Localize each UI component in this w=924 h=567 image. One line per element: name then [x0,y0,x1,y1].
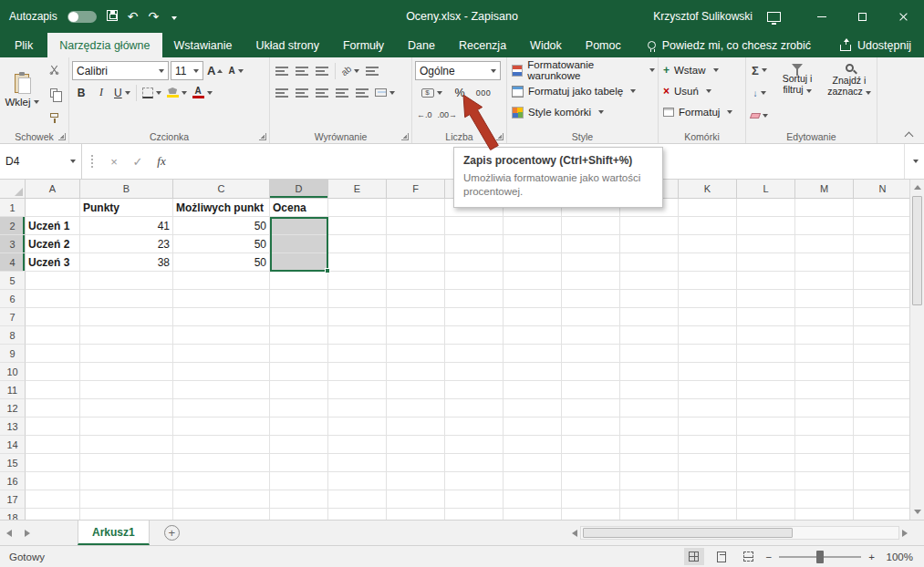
cell-H14[interactable] [504,436,562,454]
cell-A17[interactable] [26,490,80,509]
sheet-nav-left-button[interactable] [0,530,18,537]
delete-cells-button[interactable]: ×Usuń [661,81,742,101]
row-header-12[interactable]: 12 [0,399,26,418]
cell-K18[interactable] [679,509,737,520]
cell-I18[interactable] [562,509,620,520]
enter-entry-button[interactable]: ✓ [126,144,150,179]
tab-formuly[interactable]: Formuły [331,33,396,57]
cell-L8[interactable] [737,326,795,345]
cell-N6[interactable] [854,290,909,308]
underline-button[interactable]: U [112,83,132,102]
merge-center-button[interactable] [373,83,397,102]
cell-J18[interactable] [620,509,679,520]
cell-M8[interactable] [795,326,854,345]
row-header-6[interactable]: 6 [0,290,26,308]
cell-B12[interactable] [80,399,173,418]
cell-B10[interactable] [80,363,173,381]
tab-uklad-strony[interactable]: Układ strony [244,33,330,57]
cell-D18[interactable] [270,509,328,520]
tab-pomoc[interactable]: Pomoc [574,33,633,57]
cell-H8[interactable] [504,326,562,345]
cell-A12[interactable] [26,399,80,418]
cell-J3[interactable] [620,235,679,253]
borders-button[interactable] [140,83,163,102]
cell-G2[interactable] [445,217,504,235]
cell-A4[interactable]: Uczeń 3 [26,253,80,272]
cell-J5[interactable] [620,272,679,290]
cell-H10[interactable] [504,363,562,381]
cell-K13[interactable] [679,418,737,436]
cell-C2[interactable]: 50 [173,217,270,235]
cell-H15[interactable] [504,454,562,472]
horizontal-scrollbar[interactable] [572,526,908,540]
cell-K3[interactable] [679,235,737,253]
cell-K11[interactable] [679,381,737,399]
cell-B7[interactable] [80,308,173,326]
align-center-button[interactable] [293,83,311,102]
zoom-slider-thumb[interactable] [816,551,824,563]
cell-M14[interactable] [795,436,854,454]
align-right-button[interactable] [313,83,331,102]
cell-D1[interactable]: Ocena [270,199,328,217]
cell-N4[interactable] [854,253,909,272]
cell-K6[interactable] [679,290,737,308]
cell-C14[interactable] [173,436,270,454]
share-button[interactable]: Udostępnij [840,33,911,57]
cell-E2[interactable] [328,217,387,235]
cell-E13[interactable] [328,418,387,436]
cell-E14[interactable] [328,436,387,454]
page-layout-view-button[interactable] [711,548,732,565]
cell-M4[interactable] [795,253,854,272]
cell-A9[interactable] [26,345,80,363]
cell-A11[interactable] [26,381,80,399]
cell-M9[interactable] [795,345,854,363]
cell-B15[interactable] [80,454,173,472]
cell-C8[interactable] [173,326,270,345]
cell-C11[interactable] [173,381,270,399]
vertical-scroll-thumb[interactable] [912,196,922,305]
format-cells-button[interactable]: Formatuj [661,102,742,122]
cell-L12[interactable] [737,399,795,418]
cell-K5[interactable] [679,272,737,290]
cell-H2[interactable] [504,217,562,235]
row-header-10[interactable]: 10 [0,363,26,381]
tab-plik[interactable]: Plik [0,33,47,57]
cell-N17[interactable] [854,490,909,509]
cell-I7[interactable] [562,308,620,326]
copy-button[interactable] [45,83,63,102]
sheet-tab-arkusz1[interactable]: Arkusz1 [78,521,150,545]
name-box[interactable]: D4 [0,144,82,179]
autosum-button[interactable]: Σ [749,61,770,80]
cell-L4[interactable] [737,253,795,272]
cell-E12[interactable] [328,399,387,418]
cell-C6[interactable] [173,290,270,308]
cell-I3[interactable] [562,235,620,253]
align-top-button[interactable] [273,61,291,80]
cell-M11[interactable] [795,381,854,399]
cell-K2[interactable] [679,217,737,235]
cell-H17[interactable] [504,490,562,509]
cell-J4[interactable] [620,253,679,272]
cell-B16[interactable] [80,472,173,490]
row-header-1[interactable]: 1 [0,199,26,217]
cell-F6[interactable] [387,290,445,308]
cell-D14[interactable] [270,436,328,454]
cell-D11[interactable] [270,381,328,399]
cell-A5[interactable] [26,272,80,290]
cell-F10[interactable] [387,363,445,381]
cell-E8[interactable] [328,326,387,345]
cell-D7[interactable] [270,308,328,326]
cell-F2[interactable] [387,217,445,235]
column-header-C[interactable]: C [173,180,270,199]
tab-narzedzia-glowne[interactable]: Narzędzia główne [47,33,161,57]
cell-A1[interactable] [26,199,80,217]
column-header-M[interactable]: M [795,180,854,199]
page-break-view-button[interactable] [739,548,759,565]
tab-widok[interactable]: Widok [518,33,574,57]
cell-N2[interactable] [854,217,909,235]
cell-D4[interactable] [270,253,328,272]
cell-C17[interactable] [173,490,270,509]
cell-H6[interactable] [504,290,562,308]
row-header-18[interactable]: 18 [0,509,26,520]
italic-button[interactable]: I [92,83,110,102]
